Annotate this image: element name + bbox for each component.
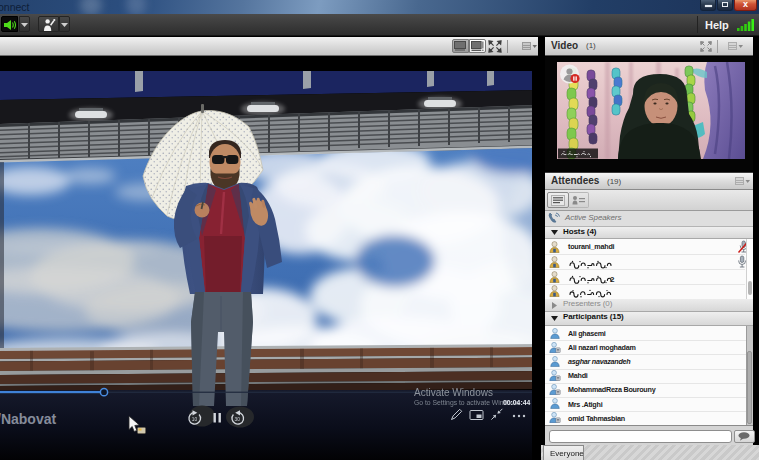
svg-text:10: 10 xyxy=(192,417,198,422)
svg-text:30: 30 xyxy=(235,417,241,422)
svg-text:/Nabovat: /Nabovat xyxy=(0,411,56,427)
svg-text:00:04:44: 00:04:44 xyxy=(503,399,530,406)
svg-text:2: 2 xyxy=(610,275,615,284)
svg-text:Activate Windows: Activate Windows xyxy=(414,387,493,398)
